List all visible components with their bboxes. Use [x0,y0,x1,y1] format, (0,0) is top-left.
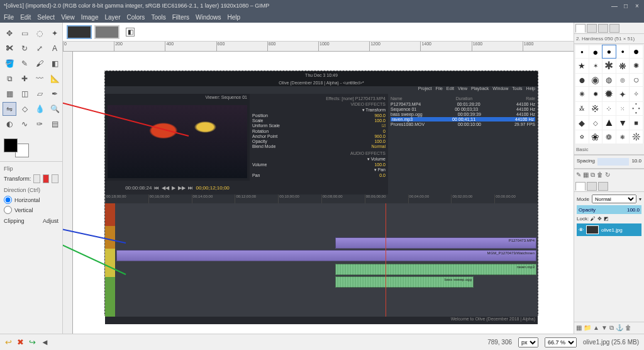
image-tab-2[interactable] [94,25,119,39]
redo-icon[interactable]: ↪ [29,337,36,347]
brush-swatch[interactable]: ⁂ [575,102,589,115]
ink-tool[interactable]: ✑ [33,117,47,131]
anchor-layer-icon[interactable]: ⚓ [616,324,623,332]
channels-tab[interactable] [587,182,597,191]
clipping-value[interactable]: Adjust [43,218,58,224]
menu-colors[interactable]: Colors [126,14,145,21]
free-select-tool[interactable]: ◌ [33,26,47,40]
fg-color-swatch[interactable] [4,138,18,152]
brush-swatch[interactable]: ● [616,45,630,58]
zoom-tool[interactable]: 🔍 [48,102,62,116]
brush-swatch[interactable]: ★ [575,59,589,73]
clone-tool[interactable]: ⧉ [3,72,16,86]
bucket-tool[interactable]: 🪣 [3,57,16,71]
smudge-tool[interactable]: 〰 [33,72,47,86]
minimize-button[interactable]: — [611,3,618,9]
align-tool[interactable]: ▦ [3,87,16,101]
delete-brush-icon[interactable]: 🗑 [597,171,603,179]
brush-swatch[interactable]: ○ [630,74,643,86]
fuzzy-select-tool[interactable]: ✦ [48,26,62,40]
fg-bg-colors[interactable] [4,138,29,157]
duplicate-layer-icon[interactable]: ⧉ [609,324,614,332]
refresh-brush-icon[interactable]: ↻ [605,171,610,179]
menu-filters[interactable]: Filters [172,14,189,21]
menu-select[interactable]: Select [37,14,55,21]
mode-menu-icon[interactable]: ▾ [639,196,641,202]
layer-row[interactable]: 👁 olive1.jpg [577,223,641,236]
rect-select-tool[interactable]: ▭ [18,26,31,40]
crop-tool[interactable]: ✀ [3,42,16,55]
menu-windows[interactable]: Windows [196,14,221,21]
lock-pixels-icon[interactable]: 🖌 [591,216,596,222]
transform-layer-icon[interactable] [33,174,40,183]
path-tool[interactable]: ✒ [48,87,62,101]
image-tab-1[interactable] [67,25,92,39]
text-tool[interactable]: A [48,42,62,55]
menu-layer[interactable]: Layer [104,14,120,21]
perspective-tool[interactable]: ◫ [18,87,31,101]
direction-vertical-radio[interactable] [4,206,12,214]
brush-swatch[interactable]: ❃ [616,130,630,144]
brush-swatch[interactable]: ◇ [589,116,602,130]
brush-swatch[interactable]: ✱ [602,59,616,73]
visibility-icon[interactable]: 👁 [579,227,584,233]
brush-swatch[interactable]: ✺ [630,59,643,73]
maximize-button[interactable]: □ [623,3,629,9]
brush-swatch[interactable]: ◆ [575,116,589,130]
eraser-tool[interactable]: ◧ [48,57,62,71]
spacing-slider[interactable] [597,158,630,166]
brush-swatch[interactable]: ✹ [602,87,616,101]
measure-tool[interactable]: 📐 [48,72,62,86]
history-tab[interactable] [609,24,619,33]
layers-tab[interactable] [575,182,586,191]
move-tool[interactable]: ✥ [3,26,16,40]
brush-swatch[interactable]: ✷ [575,87,589,101]
brush-swatch[interactable]: ◉ [589,74,602,86]
patterns-tab[interactable] [587,24,597,33]
lock-position-icon[interactable]: ✥ [597,216,602,222]
opacity-slider[interactable]: Opacity 100.0 [577,205,641,214]
blur-tool[interactable]: ∿ [18,117,31,131]
menu-help[interactable]: Help [228,14,241,21]
delete-layer-icon[interactable]: 🗑 [625,324,631,332]
dodge-tool[interactable]: ◐ [3,117,16,131]
transform-path-icon[interactable] [52,174,58,183]
new-brush-icon[interactable]: ▦ [583,171,589,179]
zoom-select[interactable]: 66.7 % [545,337,577,347]
canvas[interactable]: Thu Dec 3 10:49 Olive (December 2018 | A… [73,52,574,334]
brush-spacing[interactable]: Spacing 10.0 [574,155,644,169]
direction-horizontal-radio[interactable] [4,196,12,204]
cage-tool[interactable]: ◇ [18,102,31,116]
pencil-tool[interactable]: ✎ [18,57,31,71]
menu-tools[interactable]: Tools [151,14,165,21]
menu-image[interactable]: Image [81,14,99,21]
brush-swatch[interactable]: ● [575,45,589,58]
brush-swatch[interactable]: ✶ [589,59,602,73]
fonts-tab[interactable] [598,24,608,33]
brush-swatch[interactable]: ❋ [616,59,630,73]
brush-swatch[interactable]: ✸ [589,87,602,101]
brush-swatch[interactable]: ■ [630,116,643,130]
menu-edit[interactable]: Edit [20,14,31,21]
brush-swatch[interactable]: ◍ [602,74,616,86]
lock-alpha-icon[interactable]: ◩ [604,216,609,222]
brush-swatch[interactable]: ● [602,45,616,58]
gradient-tool[interactable]: ▤ [48,117,62,131]
brush-swatch[interactable]: ● [630,45,643,58]
brush-swatch[interactable]: ⬤ [575,74,589,86]
brush-swatch[interactable]: ⁘ [602,102,616,115]
menu-file[interactable]: File [4,14,14,21]
heal-tool[interactable]: ✚ [18,72,31,86]
paintbrush-tool[interactable]: 🖌 [33,57,47,71]
mode-select[interactable]: Normal [592,195,636,203]
brush-swatch[interactable]: ❀ [589,130,602,144]
brush-swatch[interactable]: ▼ [616,116,630,130]
brush-swatch[interactable]: ✿ [575,130,589,144]
undo-icon[interactable]: ✖ [17,337,24,347]
brush-swatch[interactable]: ⁛ [630,102,643,115]
rotate-tool[interactable]: ↻ [18,42,31,55]
duplicate-brush-icon[interactable]: ⧉ [591,171,595,179]
scale-tool[interactable]: ⤢ [33,42,47,55]
raise-layer-icon[interactable]: ▲ [593,324,599,332]
unit-select[interactable]: px [518,337,538,347]
